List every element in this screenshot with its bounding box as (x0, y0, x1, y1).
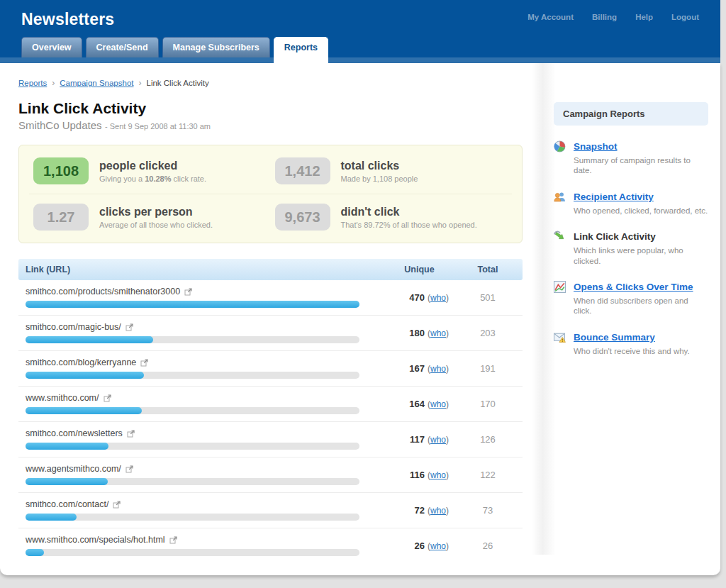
stat-subtext: That's 89.72% of all those who opened. (341, 221, 477, 229)
unique-cell: 167 (who) (379, 363, 460, 374)
link-url: www.smithco.com/specials/hot.html (26, 535, 165, 545)
recipient-activity-link[interactable]: Recipient Activity (574, 192, 654, 202)
external-link-icon[interactable] (113, 501, 121, 509)
table-row: smithco.com/products/smithenator3000 470… (18, 280, 523, 316)
paren-close: ) (446, 293, 449, 303)
tab-strip-band (0, 57, 720, 63)
unique-cell: 72 (who) (379, 505, 460, 516)
external-link-icon[interactable] (125, 323, 133, 331)
link-url: smithco.com/products/smithenator3000 (26, 287, 180, 296)
link-url: www.agentsmithco.com/ (26, 464, 121, 474)
tab-manage-subscribers[interactable]: Manage Subscribers (162, 37, 270, 57)
click-bar-track (26, 336, 359, 343)
sent-date: - Sent 9 Sep 2008 at 11:30 am (105, 122, 211, 131)
total-count: 191 (460, 363, 515, 374)
my-account-link[interactable]: My Account (527, 13, 574, 21)
stat-label: people clicked (99, 160, 206, 172)
total-count: 170 (460, 399, 515, 409)
stat-subtext: Average of all those who clicked. (99, 221, 213, 229)
stat-total-clicks: 1,412 total clicks Made by 1,108 people (271, 148, 513, 194)
stat-clicks-per-person: 1.27 clicks per person Average of all th… (29, 194, 271, 240)
who-link[interactable]: who (430, 506, 446, 516)
help-link[interactable]: Help (635, 13, 653, 21)
link-click-table: Link (URL) Unique Total smithco.com/prod… (18, 259, 523, 563)
who-link[interactable]: who (430, 364, 446, 374)
click-bar-track (26, 514, 359, 521)
stat-label: total clicks (341, 160, 418, 172)
sidebar-item-snapshot: Snapshot Summary of campaign results to … (554, 140, 708, 176)
bounce-summary-icon (554, 331, 566, 356)
table-rows: smithco.com/products/smithenator3000 470… (18, 280, 523, 563)
total-count: 126 (460, 434, 515, 445)
opens-clicks-over-time-link[interactable]: Opens & Clicks Over Time (574, 282, 693, 292)
billing-link[interactable]: Billing (592, 13, 617, 21)
column-header-total: Total (460, 265, 515, 274)
paren-close: ) (446, 470, 449, 480)
primary-tabs: Overview Create/Send Manage Subscribers … (0, 29, 720, 57)
people-clicked-value: 1,108 (33, 157, 89, 184)
sidebar-item-link-click-activity: Link Click Activity Which links were pop… (554, 230, 708, 266)
link-cell: smithco.com/magic-bus/ (26, 322, 379, 343)
who-link[interactable]: who (430, 328, 446, 338)
click-bar-track (26, 407, 359, 414)
who-link[interactable]: who (430, 293, 446, 303)
opens-clicks-over-time-desc: When did subscribers open and click. (574, 296, 708, 316)
snapshot-link[interactable]: Snapshot (574, 141, 618, 152)
sidebar-item-recipient-activity: Recipient Activity Who opened, clicked, … (554, 190, 708, 216)
breadcrumb-reports[interactable]: Reports (18, 79, 47, 87)
unique-count: 116 (379, 470, 425, 480)
table-row: smithco.com/contact/ 72 (who) 73 (18, 493, 523, 528)
who-link[interactable]: who (430, 470, 446, 480)
external-link-icon[interactable] (140, 359, 148, 367)
external-link-icon[interactable] (169, 536, 177, 544)
who-link[interactable]: who (430, 399, 446, 409)
stats-summary-box: 1,108 people clicked Giving you a 10.28%… (18, 145, 523, 243)
who-link[interactable]: who (430, 435, 446, 445)
link-url: smithco.com/magic-bus/ (26, 322, 121, 332)
paren-close: ) (446, 506, 449, 516)
external-link-icon[interactable] (104, 394, 111, 402)
total-count: 73 (460, 505, 515, 516)
unique-count: 164 (379, 399, 425, 409)
breadcrumb-separator: › (47, 78, 60, 88)
bounce-summary-link[interactable]: Bounce Summary (574, 332, 655, 343)
page-content: Reports›Campaign Snapshot›Link Click Act… (0, 63, 720, 575)
link-click-activity-desc: Which links were popular, who clicked. (574, 245, 708, 266)
external-link-icon[interactable] (127, 430, 135, 438)
click-bar-fill (26, 443, 108, 450)
unique-cell: 470 (who) (379, 292, 460, 303)
click-bar-fill (26, 301, 359, 308)
click-bar-track (26, 478, 359, 485)
page-title: Link Click Activity (18, 100, 523, 117)
click-bar-fill (26, 372, 144, 379)
app-title: Newsletters (21, 10, 114, 29)
paren-close: ) (446, 364, 449, 374)
unique-count: 117 (379, 434, 425, 445)
breadcrumb-campaign-snapshot[interactable]: Campaign Snapshot (60, 79, 133, 87)
link-url: smithco.com/contact/ (26, 499, 108, 509)
tab-create-send[interactable]: Create/Send (86, 37, 159, 57)
external-link-icon[interactable] (125, 465, 133, 473)
table-row: smithco.com/magic-bus/ 180 (who) 203 (18, 316, 523, 351)
table-row: smithco.com/newsletters 117 (who) 126 (18, 422, 523, 457)
who-link[interactable]: who (430, 541, 446, 551)
snapshot-desc: Summary of campaign results to date. (574, 155, 708, 176)
unique-count: 26 (379, 540, 425, 551)
unique-cell: 180 (who) (379, 328, 460, 338)
tab-overview[interactable]: Overview (21, 37, 82, 57)
click-bar-fill (26, 549, 44, 556)
table-row: smithco.com/blog/kerryanne 167 (who) 191 (18, 351, 523, 387)
paren-close: ) (446, 399, 449, 409)
main-column: Reports›Campaign Snapshot›Link Click Act… (18, 78, 523, 563)
campaign-reports-sidebar: Campaign Reports Snapshot Summary of cam… (554, 102, 708, 356)
external-link-icon[interactable] (184, 288, 192, 296)
unique-cell: 164 (who) (379, 399, 460, 409)
table-row: www.smithco.com/specials/hot.html 26 (wh… (18, 528, 523, 563)
logout-link[interactable]: Logout (671, 13, 699, 21)
paren-close: ) (446, 328, 449, 338)
unique-cell: 116 (who) (379, 470, 460, 480)
clicks-per-person-value: 1.27 (33, 204, 89, 231)
tab-reports[interactable]: Reports (274, 37, 328, 63)
link-click-activity-current: Link Click Activity (574, 231, 656, 242)
account-links: My Account Billing Help Logout (527, 10, 699, 21)
